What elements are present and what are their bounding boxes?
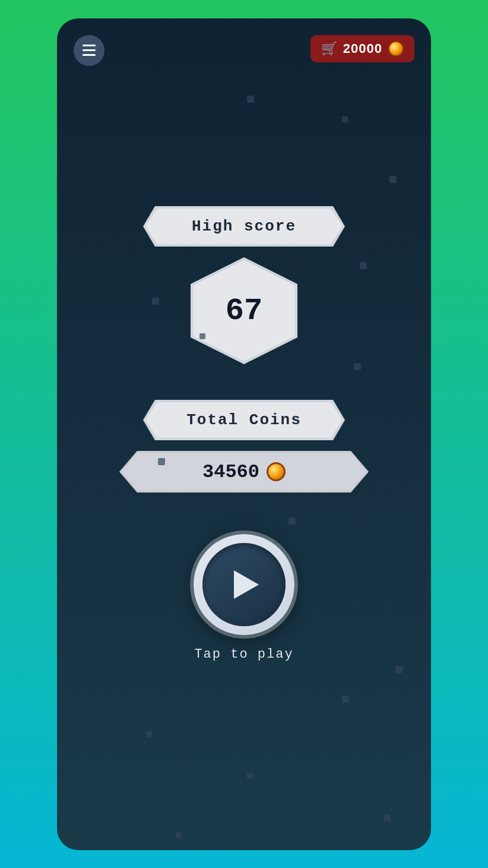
shop-coins-value: 20000 [343,41,382,56]
particle [342,116,348,122]
high-score-value-shape: 67 [185,257,303,364]
particle [395,666,403,673]
particle [360,262,367,269]
total-coins-label: Total Coins [186,411,302,429]
particle [342,696,349,703]
particle [199,333,205,339]
high-score-value: 67 [226,293,262,329]
play-button-container: Tap to play [194,534,294,662]
high-score-label-shape: High score [143,206,345,247]
particle [152,298,159,305]
menu-icon [83,45,96,56]
total-coins-label-shape: Total Coins [143,400,345,440]
total-coins-value: 34560 [202,461,259,483]
particle [176,832,182,838]
tap-to-play-label: Tap to play [194,647,293,662]
play-button-inner [202,543,286,626]
particle [247,773,253,779]
cart-icon: 🛒 [321,41,337,56]
high-score-label: High score [192,217,296,235]
play-triangle-icon [234,570,259,599]
particle [146,731,152,737]
coin-icon-header [388,41,404,56]
main-content: High score 67 Total Coins 34560 Tap to p… [57,66,431,850]
play-button[interactable] [194,534,294,635]
particle [389,176,397,183]
menu-button[interactable] [74,35,104,66]
coin-icon-total [267,462,286,481]
particle [354,363,361,370]
particle [247,96,254,103]
phone-frame: 🛒 20000 High score 67 Total Coins 34560 [57,18,431,850]
particle [384,815,391,822]
total-coins-value-shape: 34560 [119,451,369,493]
top-bar: 🛒 20000 [57,18,431,66]
particle [158,458,165,465]
shop-badge[interactable]: 🛒 20000 [310,35,414,62]
particle [289,517,296,525]
